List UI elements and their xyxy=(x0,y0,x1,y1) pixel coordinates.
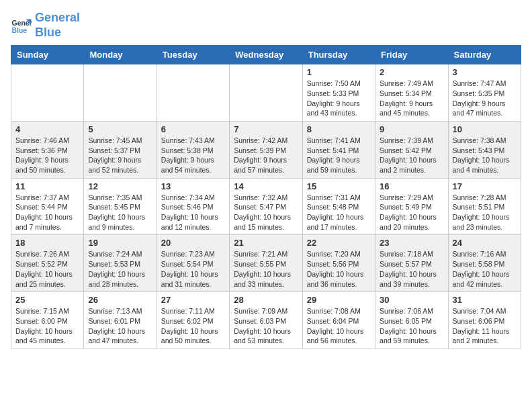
day-info: Sunrise: 7:13 AM Sunset: 6:01 PM Dayligh… xyxy=(88,306,152,346)
day-info: Sunrise: 7:18 AM Sunset: 5:57 PM Dayligh… xyxy=(380,249,443,289)
calendar-cell-w1d6: 10Sunrise: 7:38 AM Sunset: 5:43 PM Dayli… xyxy=(448,121,521,178)
day-info: Sunrise: 7:24 AM Sunset: 5:53 PM Dayligh… xyxy=(88,249,152,289)
calendar-cell-w2d0: 11Sunrise: 7:37 AM Sunset: 5:44 PM Dayli… xyxy=(11,178,84,235)
calendar-cell-w0d5: 2Sunrise: 7:49 AM Sunset: 5:34 PM Daylig… xyxy=(375,64,448,122)
day-number: 7 xyxy=(234,124,298,134)
day-info: Sunrise: 7:32 AM Sunset: 5:47 PM Dayligh… xyxy=(234,193,298,232)
day-number: 20 xyxy=(161,238,225,248)
day-number: 30 xyxy=(380,295,443,305)
calendar-cell-w3d3: 21Sunrise: 7:21 AM Sunset: 5:55 PM Dayli… xyxy=(230,235,302,292)
calendar-cell-w4d5: 30Sunrise: 7:06 AM Sunset: 6:05 PM Dayli… xyxy=(375,292,448,349)
calendar-cell-w0d4: 1Sunrise: 7:50 AM Sunset: 5:33 PM Daylig… xyxy=(302,64,375,122)
day-number: 31 xyxy=(453,295,517,305)
day-info: Sunrise: 7:37 AM Sunset: 5:44 PM Dayligh… xyxy=(15,193,79,232)
day-number: 4 xyxy=(15,124,79,134)
calendar-cell-w0d0 xyxy=(11,64,84,122)
calendar-cell-w4d1: 26Sunrise: 7:13 AM Sunset: 6:01 PM Dayli… xyxy=(84,292,157,349)
calendar-cell-w2d6: 17Sunrise: 7:28 AM Sunset: 5:51 PM Dayli… xyxy=(448,178,521,235)
calendar-cell-w0d6: 3Sunrise: 7:47 AM Sunset: 5:35 PM Daylig… xyxy=(448,64,521,122)
day-info: Sunrise: 7:26 AM Sunset: 5:52 PM Dayligh… xyxy=(15,249,79,289)
calendar-cell-w2d5: 16Sunrise: 7:29 AM Sunset: 5:49 PM Dayli… xyxy=(375,178,448,235)
svg-text:Blue: Blue xyxy=(12,27,28,34)
weekday-header-wednesday: Wednesday xyxy=(230,46,302,64)
day-number: 17 xyxy=(453,181,517,191)
day-number: 29 xyxy=(307,295,371,305)
calendar-cell-w1d4: 8Sunrise: 7:41 AM Sunset: 5:41 PM Daylig… xyxy=(302,121,375,178)
calendar-cell-w4d3: 28Sunrise: 7:09 AM Sunset: 6:03 PM Dayli… xyxy=(230,292,302,349)
calendar-cell-w0d2 xyxy=(157,64,229,122)
calendar-cell-w3d4: 22Sunrise: 7:20 AM Sunset: 5:56 PM Dayli… xyxy=(302,235,375,292)
day-info: Sunrise: 7:47 AM Sunset: 5:35 PM Dayligh… xyxy=(453,79,517,118)
weekday-header-sunday: Sunday xyxy=(11,46,84,64)
day-number: 16 xyxy=(380,181,443,191)
day-info: Sunrise: 7:34 AM Sunset: 5:46 PM Dayligh… xyxy=(161,193,225,232)
day-number: 2 xyxy=(380,67,443,77)
day-number: 5 xyxy=(88,124,152,134)
calendar-cell-w1d2: 6Sunrise: 7:43 AM Sunset: 5:38 PM Daylig… xyxy=(157,121,229,178)
day-info: Sunrise: 7:49 AM Sunset: 5:34 PM Dayligh… xyxy=(380,79,443,118)
day-info: Sunrise: 7:41 AM Sunset: 5:41 PM Dayligh… xyxy=(307,136,371,175)
day-number: 22 xyxy=(307,238,371,248)
day-number: 12 xyxy=(88,181,152,191)
calendar-cell-w4d4: 29Sunrise: 7:08 AM Sunset: 6:04 PM Dayli… xyxy=(302,292,375,349)
calendar-cell-w1d1: 5Sunrise: 7:45 AM Sunset: 5:37 PM Daylig… xyxy=(84,121,157,178)
day-number: 10 xyxy=(453,124,517,134)
day-info: Sunrise: 7:29 AM Sunset: 5:49 PM Dayligh… xyxy=(380,193,443,232)
day-number: 6 xyxy=(161,124,225,134)
day-info: Sunrise: 7:06 AM Sunset: 6:05 PM Dayligh… xyxy=(380,306,443,346)
day-number: 11 xyxy=(15,181,79,191)
day-info: Sunrise: 7:42 AM Sunset: 5:39 PM Dayligh… xyxy=(234,136,298,175)
page-header: General Blue GeneralBlue xyxy=(11,11,521,40)
calendar-cell-w4d2: 27Sunrise: 7:11 AM Sunset: 6:02 PM Dayli… xyxy=(157,292,229,349)
calendar-cell-w3d2: 20Sunrise: 7:23 AM Sunset: 5:54 PM Dayli… xyxy=(157,235,229,292)
day-number: 27 xyxy=(161,295,225,305)
day-info: Sunrise: 7:43 AM Sunset: 5:38 PM Dayligh… xyxy=(161,136,225,175)
weekday-header-monday: Monday xyxy=(84,46,157,64)
calendar-cell-w2d4: 15Sunrise: 7:31 AM Sunset: 5:48 PM Dayli… xyxy=(302,178,375,235)
day-info: Sunrise: 7:23 AM Sunset: 5:54 PM Dayligh… xyxy=(161,249,225,289)
logo: General Blue GeneralBlue xyxy=(11,11,80,40)
day-number: 13 xyxy=(161,181,225,191)
day-number: 23 xyxy=(380,238,443,248)
logo-icon: General Blue xyxy=(11,15,32,36)
calendar-cell-w0d3 xyxy=(230,64,302,122)
calendar-cell-w3d6: 24Sunrise: 7:16 AM Sunset: 5:58 PM Dayli… xyxy=(448,235,521,292)
day-info: Sunrise: 7:39 AM Sunset: 5:42 PM Dayligh… xyxy=(380,136,443,175)
logo-text: GeneralBlue xyxy=(35,11,80,40)
day-number: 14 xyxy=(234,181,298,191)
day-info: Sunrise: 7:46 AM Sunset: 5:36 PM Dayligh… xyxy=(15,136,79,175)
day-info: Sunrise: 7:04 AM Sunset: 6:06 PM Dayligh… xyxy=(453,306,517,346)
calendar-cell-w1d5: 9Sunrise: 7:39 AM Sunset: 5:42 PM Daylig… xyxy=(375,121,448,178)
day-info: Sunrise: 7:28 AM Sunset: 5:51 PM Dayligh… xyxy=(453,193,517,232)
calendar-cell-w1d3: 7Sunrise: 7:42 AM Sunset: 5:39 PM Daylig… xyxy=(230,121,302,178)
day-info: Sunrise: 7:50 AM Sunset: 5:33 PM Dayligh… xyxy=(307,79,371,118)
calendar-cell-w3d0: 18Sunrise: 7:26 AM Sunset: 5:52 PM Dayli… xyxy=(11,235,84,292)
day-number: 3 xyxy=(453,67,517,77)
day-info: Sunrise: 7:21 AM Sunset: 5:55 PM Dayligh… xyxy=(234,249,298,289)
day-info: Sunrise: 7:20 AM Sunset: 5:56 PM Dayligh… xyxy=(307,249,371,289)
day-number: 28 xyxy=(234,295,298,305)
calendar-cell-w2d1: 12Sunrise: 7:35 AM Sunset: 5:45 PM Dayli… xyxy=(84,178,157,235)
calendar-cell-w2d3: 14Sunrise: 7:32 AM Sunset: 5:47 PM Dayli… xyxy=(230,178,302,235)
weekday-header-friday: Friday xyxy=(375,46,448,64)
day-number: 21 xyxy=(234,238,298,248)
calendar-cell-w2d2: 13Sunrise: 7:34 AM Sunset: 5:46 PM Dayli… xyxy=(157,178,229,235)
day-info: Sunrise: 7:35 AM Sunset: 5:45 PM Dayligh… xyxy=(88,193,152,232)
day-number: 15 xyxy=(307,181,371,191)
calendar-cell-w1d0: 4Sunrise: 7:46 AM Sunset: 5:36 PM Daylig… xyxy=(11,121,84,178)
calendar: SundayMondayTuesdayWednesdayThursdayFrid… xyxy=(11,45,521,349)
calendar-cell-w4d0: 25Sunrise: 7:15 AM Sunset: 6:00 PM Dayli… xyxy=(11,292,84,349)
day-number: 18 xyxy=(15,238,79,248)
day-number: 1 xyxy=(307,67,371,77)
day-number: 25 xyxy=(15,295,79,305)
day-info: Sunrise: 7:31 AM Sunset: 5:48 PM Dayligh… xyxy=(307,193,371,232)
day-number: 9 xyxy=(380,124,443,134)
day-number: 26 xyxy=(88,295,152,305)
day-number: 24 xyxy=(453,238,517,248)
weekday-header-saturday: Saturday xyxy=(448,46,521,64)
day-info: Sunrise: 7:45 AM Sunset: 5:37 PM Dayligh… xyxy=(88,136,152,175)
day-info: Sunrise: 7:09 AM Sunset: 6:03 PM Dayligh… xyxy=(234,306,298,346)
day-info: Sunrise: 7:15 AM Sunset: 6:00 PM Dayligh… xyxy=(15,306,79,346)
day-info: Sunrise: 7:11 AM Sunset: 6:02 PM Dayligh… xyxy=(161,306,225,346)
day-info: Sunrise: 7:16 AM Sunset: 5:58 PM Dayligh… xyxy=(453,249,517,289)
